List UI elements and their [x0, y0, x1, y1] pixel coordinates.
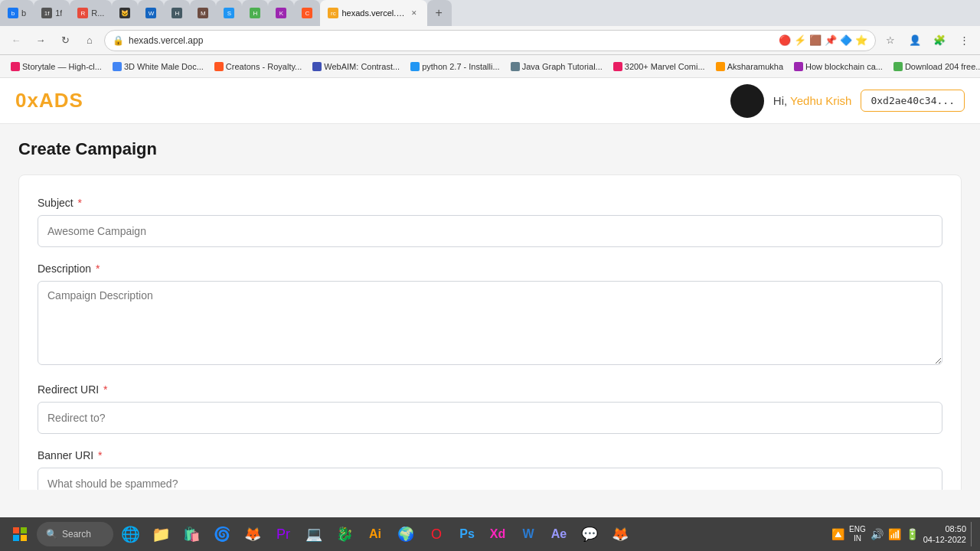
logo: 0xADS: [15, 89, 83, 112]
tab-1[interactable]: b b: [0, 0, 34, 26]
taskbar-icon-xd[interactable]: Xd: [484, 520, 511, 548]
taskbar-icon-whatsapp[interactable]: 💬: [576, 520, 603, 548]
greeting-name: Yedhu Krish: [790, 94, 851, 107]
taskbar-icon-explorer[interactable]: 📁: [147, 520, 175, 548]
bookmark-3[interactable]: WebAIM: Contrast...: [308, 60, 404, 73]
taskbar-icon-opera[interactable]: O: [423, 520, 450, 548]
bookmark-favicon: [511, 62, 520, 71]
bookmark-label: 3200+ Marvel Comi...: [625, 62, 705, 71]
bookmark-8[interactable]: How blockchain ca...: [789, 60, 887, 73]
taskbar-network-icon[interactable]: 📶: [888, 528, 901, 540]
nav-bar: ← → ↻ ⌂ 🔒 hexads.vercel.app 🔴 ⚡ 🟫 📌 🔷 ⭐ …: [0, 26, 980, 55]
tab-10[interactable]: K: [268, 0, 294, 26]
extension-icon-3[interactable]: 🟫: [809, 34, 822, 46]
settings-button[interactable]: ⋮: [954, 31, 974, 51]
app-content: 0xADS Hi, Yedhu Krish 0xd2ae40c34... Cre…: [0, 78, 980, 490]
taskbar-notification-icon[interactable]: 🔼: [831, 528, 844, 540]
tab-3[interactable]: R R...: [70, 0, 112, 26]
tab-active[interactable]: rc hexads.vercel.app ✕: [320, 0, 427, 26]
forward-button[interactable]: →: [31, 31, 51, 51]
home-button[interactable]: ⌂: [80, 31, 100, 51]
bookmark-favicon: [716, 62, 725, 71]
tab-9[interactable]: H: [242, 0, 268, 26]
tab-favicon: W: [145, 8, 156, 18]
extensions-button[interactable]: 🧩: [929, 31, 949, 51]
subject-group: Subject *: [38, 197, 942, 247]
bookmark-5[interactable]: Java Graph Tutorial...: [506, 60, 607, 73]
start-button[interactable]: [6, 520, 34, 548]
taskbar-icon-store[interactable]: 🛍️: [178, 520, 205, 548]
bookmark-9[interactable]: Download 204 free...: [889, 60, 980, 73]
taskbar-icon-kali[interactable]: 🐉: [331, 520, 358, 548]
bookmark-2[interactable]: Creatоns - Royalty...: [210, 60, 306, 73]
bookmark-1[interactable]: 3D White Male Doc...: [108, 60, 208, 73]
bookmark-favicon: [794, 62, 803, 71]
description-textarea[interactable]: [38, 281, 942, 365]
browser-chrome: b b 1f 1f R R... 🐱 W H M S H K: [0, 0, 980, 78]
bookmark-7[interactable]: Aksharamukha: [711, 60, 788, 73]
taskbar-icon-ae[interactable]: Ae: [545, 520, 573, 548]
tab-favicon: M: [198, 8, 208, 18]
bookmark-label: Download 204 free...: [905, 62, 980, 71]
taskbar-icon-chrome[interactable]: 🌍: [392, 520, 420, 548]
taskbar-icon-illustrator[interactable]: Ai: [361, 520, 389, 548]
subject-input[interactable]: [38, 215, 942, 247]
taskbar-icon-photoshop[interactable]: Ps: [453, 520, 481, 548]
bookmark-label: How blockchain ca...: [805, 62, 883, 71]
banner-uri-input[interactable]: [38, 468, 942, 490]
extension-icon-6[interactable]: ⭐: [855, 34, 867, 46]
taskbar-search[interactable]: 🔍 Search: [37, 522, 113, 546]
greeting: Hi, Yedhu Krish: [773, 94, 852, 107]
tab-4[interactable]: 🐱: [112, 0, 138, 26]
redirect-uri-label: Redirect URI *: [38, 383, 942, 396]
avatar: [730, 84, 764, 118]
address-icons: 🔴 ⚡ 🟫 📌 🔷 ⭐: [779, 34, 867, 46]
tab-6[interactable]: H: [164, 0, 190, 26]
taskbar-icon-premiere[interactable]: Pr: [270, 520, 297, 548]
taskbar-battery-icon[interactable]: 🔋: [906, 528, 919, 540]
bookmarks-bar: Storytale — High-cl... 3D White Male Doc…: [0, 55, 980, 78]
taskbar-icon-browser[interactable]: 🌐: [116, 520, 144, 548]
banner-uri-label: Banner URI *: [38, 449, 942, 461]
bookmark-button[interactable]: ☆: [880, 31, 900, 51]
svg-rect-2: [13, 535, 19, 541]
taskbar-icon-misc[interactable]: 🦊: [606, 520, 634, 548]
taskbar-time-display[interactable]: 08:50 04-12-2022: [923, 523, 966, 546]
tab-new[interactable]: +: [427, 0, 452, 26]
reload-button[interactable]: ↻: [55, 31, 75, 51]
form-card: Subject * Description * Redirect URI *: [18, 174, 962, 490]
tab-11[interactable]: C: [294, 0, 320, 26]
taskbar-icon-word[interactable]: W: [514, 520, 542, 548]
tab-5[interactable]: W: [138, 0, 164, 26]
tab-favicon: S: [224, 8, 234, 18]
svg-rect-0: [13, 527, 19, 533]
wallet-badge[interactable]: 0xd2ae40c34...: [861, 90, 965, 112]
tab-favicon-active: rc: [328, 8, 338, 18]
bookmark-0[interactable]: Storytale — High-cl...: [6, 60, 106, 73]
taskbar-icon-vscode[interactable]: 💻: [300, 520, 328, 548]
tab-favicon: K: [276, 8, 286, 18]
extension-icon-2[interactable]: ⚡: [794, 34, 806, 46]
bookmark-4[interactable]: python 2.7 - Installi...: [406, 60, 505, 73]
extension-icon-1[interactable]: 🔴: [779, 34, 791, 46]
tab-7[interactable]: M: [190, 0, 216, 26]
taskbar-show-desktop[interactable]: [971, 522, 974, 546]
redirect-uri-input[interactable]: [38, 402, 942, 434]
back-button[interactable]: ←: [6, 31, 26, 51]
bookmark-label: Creatоns - Royalty...: [226, 62, 302, 71]
bookmark-favicon: [613, 62, 622, 71]
redirect-uri-required: *: [103, 383, 107, 396]
extension-icon-4[interactable]: 📌: [825, 34, 837, 46]
taskbar-icon-edge[interactable]: 🌀: [208, 520, 236, 548]
extension-icon-5[interactable]: 🔷: [840, 34, 852, 46]
page-content: Create Campaign Subject * Description *: [0, 124, 980, 490]
tab-close-icon[interactable]: ✕: [409, 8, 420, 18]
tab-2[interactable]: 1f 1f: [34, 0, 70, 26]
address-text[interactable]: hexads.vercel.app: [129, 35, 771, 46]
bookmark-label: Aksharamukha: [727, 62, 783, 71]
bookmark-6[interactable]: 3200+ Marvel Comi...: [609, 60, 710, 73]
tab-8[interactable]: S: [216, 0, 242, 26]
taskbar-volume-icon[interactable]: 🔊: [871, 528, 884, 540]
profile-button[interactable]: 👤: [905, 31, 925, 51]
taskbar-icon-firefox[interactable]: 🦊: [239, 520, 266, 548]
